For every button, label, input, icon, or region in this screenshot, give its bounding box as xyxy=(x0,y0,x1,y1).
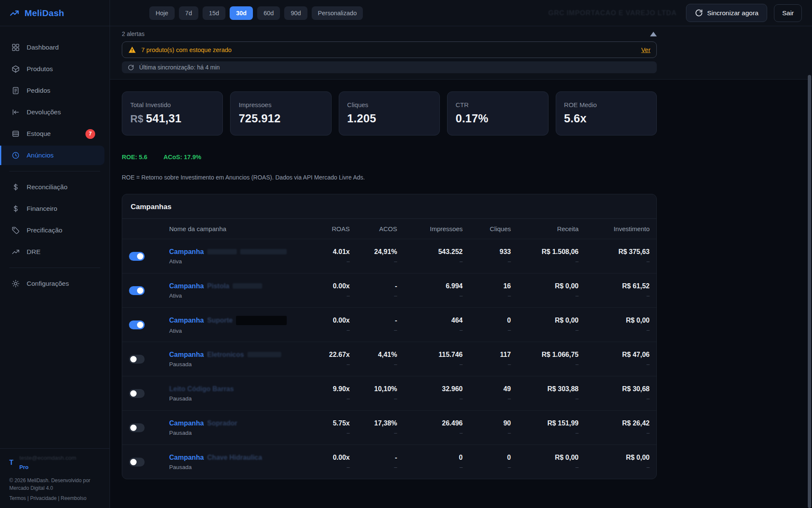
acos-cell: -– xyxy=(350,454,397,470)
sync-now-label: Sincronizar agora xyxy=(707,9,758,17)
filter-30d[interactable]: 30d xyxy=(230,6,253,20)
campaign-toggle[interactable] xyxy=(129,423,145,432)
copyright-text: © 2026 MeliDash. Desenvolvido por Mercad… xyxy=(9,477,100,492)
campaign-toggle[interactable] xyxy=(129,389,145,398)
campaign-link[interactable]: Campanha xyxy=(169,248,204,256)
toggle-knob xyxy=(137,253,143,260)
impressoes-cell: 464– xyxy=(397,317,463,333)
kpi-value: 5.6x xyxy=(564,112,648,125)
roas-value: 9.90x xyxy=(333,385,350,393)
table-row: CampanhaSopradorPausada5.75x–17,38%–26.4… xyxy=(122,410,656,444)
roas-cell: 4.01x– xyxy=(301,248,350,265)
campaign-link[interactable]: Campanha xyxy=(169,282,204,290)
roas-cell: 0.00x– xyxy=(301,282,350,299)
cliques-cell: 16– xyxy=(463,282,511,299)
kpi-card: Cliques1.205 xyxy=(339,91,440,135)
sidebar-item-label: Pedidos xyxy=(27,87,50,94)
campaign-status: Pausada xyxy=(169,430,301,436)
sidebar-item-produtos[interactable]: Produtos xyxy=(0,59,104,79)
table-row: CampanhaSuporteAtiva0.00x–-–464–0–R$ 0,0… xyxy=(122,307,656,342)
column-header: Cliques xyxy=(463,225,511,232)
last-sync-text: Última sincronização: há 4 min xyxy=(139,64,220,71)
kpi-label: Total Investido xyxy=(130,101,214,108)
roas-sub-value: – xyxy=(347,293,350,299)
campaign-name-cell: Leito Código BarrasPausada xyxy=(169,385,301,402)
logout-button[interactable]: Sair xyxy=(774,4,802,22)
cliques-value: 933 xyxy=(499,248,511,256)
filter-90d[interactable]: 90d xyxy=(284,6,307,20)
company-name-ghost: GRC IMPORTACAO E VAREJO LTDA xyxy=(548,9,677,17)
cliques-value: 117 xyxy=(500,351,511,359)
kpi-value: R$541,31 xyxy=(130,112,214,125)
column-header: Investimento xyxy=(579,225,650,232)
impressoes-value: 26.496 xyxy=(442,420,463,427)
receita-sub-value: – xyxy=(576,464,579,470)
sidebar-item-dre[interactable]: DRE xyxy=(0,242,104,262)
sync-now-button[interactable]: Sincronizar agora xyxy=(686,4,767,22)
vertical-scrollbar[interactable] xyxy=(808,75,811,508)
kpi-label: ROE Medio xyxy=(564,101,648,108)
sidebar-item-devolucoes[interactable]: Devoluções xyxy=(0,102,104,122)
avatar: T xyxy=(9,455,14,467)
view-alert-link[interactable]: Ver xyxy=(641,47,650,53)
alerts-count: 2 alertas xyxy=(122,30,145,37)
filter-60d[interactable]: 60d xyxy=(257,6,280,20)
receita-sub-value: – xyxy=(576,395,579,402)
dollar-icon xyxy=(11,183,20,191)
topbar: Hoje7d15d30d60d90dPersonalizado GRC IMPO… xyxy=(110,0,812,26)
campaign-toggle[interactable] xyxy=(129,458,145,467)
cliques-cell: 90– xyxy=(463,420,511,436)
campaign-link[interactable]: Campanha xyxy=(169,454,204,461)
toggle-knob xyxy=(137,322,143,328)
filter-15d[interactable]: 15d xyxy=(203,6,225,20)
campaign-name-redacted: Soprador xyxy=(207,420,237,427)
sidebar-item-pedidos[interactable]: Pedidos xyxy=(0,81,104,100)
sidebar-item-anuncios[interactable]: Anúncios xyxy=(0,146,104,165)
investimento-cell: R$ 375,63– xyxy=(579,248,650,265)
receita-sub-value: – xyxy=(576,430,579,436)
campaign-link[interactable]: Campanha xyxy=(169,317,204,324)
sidebar-item-label: Produtos xyxy=(27,65,53,73)
receita-cell: R$ 0,00– xyxy=(511,282,579,299)
campaign-toggle[interactable] xyxy=(129,252,145,261)
receita-sub-value: – xyxy=(576,258,579,265)
sidebar-item-dashboard[interactable]: Dashboard xyxy=(0,38,104,57)
filter-hoje[interactable]: Hoje xyxy=(149,6,175,20)
campaign-toggle[interactable] xyxy=(129,355,145,364)
toggle-knob xyxy=(137,287,143,294)
sidebar-item-financeiro[interactable]: Financeiro xyxy=(0,199,104,218)
cliques-value: 49 xyxy=(503,385,511,393)
sidebar-item-estoque[interactable]: Estoque7 xyxy=(0,124,104,144)
acos-cell: 17,38%– xyxy=(350,420,397,436)
legal-links[interactable]: Termos | Privacidade | Reembolso xyxy=(9,495,100,501)
filter-personalizado[interactable]: Personalizado xyxy=(312,6,363,20)
campaign-link[interactable]: Campanha xyxy=(169,420,204,427)
campaign-status: Ativa xyxy=(169,328,301,334)
roas-value: 22.67x xyxy=(329,351,350,359)
roas-value: 5.75x xyxy=(333,420,350,427)
investimento-value: R$ 47,06 xyxy=(622,351,650,359)
campaign-toggle[interactable] xyxy=(129,320,145,329)
sidebar-item-configuracoes[interactable]: Configurações xyxy=(0,274,104,293)
impressoes-cell: 0– xyxy=(397,454,463,470)
campaign-link[interactable]: Campanha xyxy=(169,351,204,359)
roas-cell: 22.67x– xyxy=(301,351,350,367)
topbar-right: GRC IMPORTACAO E VAREJO LTDA Sincronizar… xyxy=(548,4,802,22)
roas-cell: 5.75x– xyxy=(301,420,350,436)
box-icon xyxy=(11,65,20,73)
investimento-sub-value: – xyxy=(647,464,650,470)
cliques-sub-value: – xyxy=(508,258,511,265)
filter-7d[interactable]: 7d xyxy=(179,6,198,20)
campaign-toggle[interactable] xyxy=(129,286,145,295)
summary-stats: ROE: 5.6 ACoS: 17.9% xyxy=(122,154,657,160)
redaction-blob xyxy=(240,249,287,254)
receita-cell: R$ 0,00– xyxy=(511,454,579,470)
campaign-name-redacted: Chave Hidraulica xyxy=(207,454,262,461)
sidebar-item-reconciliacao[interactable]: Reconciliação xyxy=(0,177,104,197)
acos-sub-value: – xyxy=(394,293,397,299)
user-block[interactable]: T teste@ecomdash.com Pro xyxy=(9,455,100,470)
roas-value: 0.00x xyxy=(333,454,350,461)
sidebar-item-precificacao[interactable]: Precificação xyxy=(0,221,104,240)
collapse-alerts-icon[interactable] xyxy=(650,32,657,36)
stock-alert-text: 7 produto(s) com estoque zerado xyxy=(141,47,232,53)
